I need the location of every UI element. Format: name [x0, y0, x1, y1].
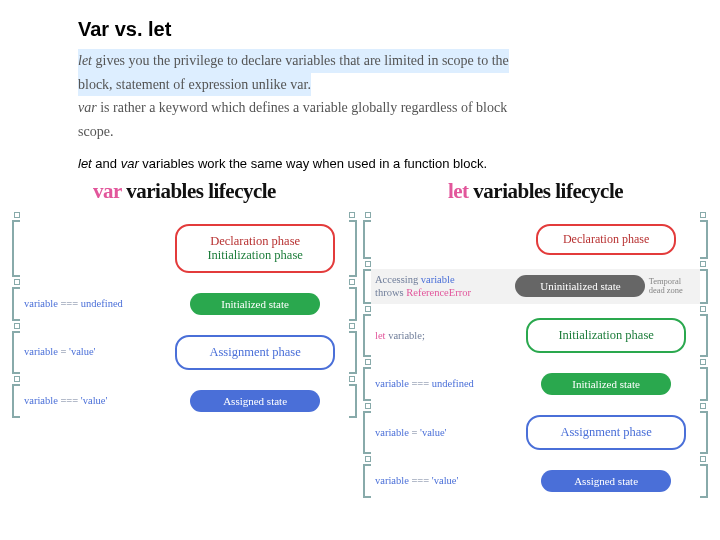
bracket-node-icon — [365, 403, 371, 409]
let-lifecycle-title: let variables lifecycle — [448, 179, 623, 204]
bracket-left-icon — [363, 314, 371, 357]
subnote-rest: variables work the same way when used in… — [139, 156, 487, 171]
bracket-node-icon — [700, 359, 706, 365]
bracket-node-icon — [365, 359, 371, 365]
var-eq-value-expr: variable === 'value' — [24, 394, 165, 408]
let-access-throws: Accessing variable throws ReferenceError — [375, 273, 516, 300]
bracket-right-icon — [349, 384, 357, 418]
subnote-var: var — [121, 156, 139, 171]
bracket-right-icon — [700, 314, 708, 357]
bracket-node-icon — [365, 212, 371, 218]
bracket-node-icon — [365, 456, 371, 462]
bracket-left-icon — [12, 287, 20, 321]
bracket-right-icon — [700, 411, 708, 454]
bracket-node-icon — [14, 323, 20, 329]
intro-var-kw: var — [78, 100, 97, 115]
intro-l1b: gives you the privilege to declare varia… — [92, 53, 509, 68]
bracket-node-icon — [365, 306, 371, 312]
bracket-left-icon — [12, 384, 20, 418]
var-assign-expr: variable = 'value' — [24, 345, 165, 359]
intro-l2: block, statement of expression unlike va… — [78, 77, 311, 92]
page-title: Var vs. let — [78, 18, 710, 41]
let-declaration-phase: Declaration phase — [536, 224, 676, 255]
bracket-node-icon — [14, 212, 20, 218]
var-decl-label: Declaration phase — [195, 234, 315, 248]
let-uninitialized-state: Uninitialized state — [515, 275, 645, 297]
var-assignment-phase: Assignment phase — [175, 335, 335, 370]
bracket-right-icon — [700, 464, 708, 498]
let-variable-decl-expr: let variable; — [375, 329, 516, 343]
var-decl-init-phase: Declaration phase Initialization phase — [175, 224, 335, 273]
let-title-kw: let — [448, 179, 469, 203]
bracket-right-icon — [700, 220, 708, 259]
bracket-right-icon — [700, 269, 708, 304]
intro-text: let gives you the privilege to declare v… — [78, 49, 638, 144]
bracket-right-icon — [349, 287, 357, 321]
bracket-left-icon — [363, 269, 371, 304]
var-undefined-expr: variable === undefined — [24, 297, 165, 311]
bracket-node-icon — [365, 261, 371, 267]
bracket-node-icon — [700, 261, 706, 267]
bracket-left-icon — [12, 220, 20, 277]
bracket-node-icon — [700, 306, 706, 312]
var-lifecycle-title: var variables lifecycle — [93, 179, 276, 204]
var-title-kw: var — [93, 179, 121, 203]
temporal-dead-zone-label: Temporal dead zone — [645, 277, 689, 296]
bracket-left-icon — [363, 367, 371, 401]
let-eq-value-expr: variable === 'value' — [375, 474, 516, 488]
bracket-node-icon — [349, 376, 355, 382]
bracket-left-icon — [363, 220, 371, 259]
bracket-right-icon — [349, 331, 357, 374]
intro-l3b: is rather a keyword which defines a vari… — [97, 100, 508, 115]
bracket-node-icon — [14, 279, 20, 285]
let-lifecycle-column: let variables lifecycle Declaration phas… — [363, 179, 708, 498]
let-assignment-phase: Assignment phase — [526, 415, 686, 450]
let-title-rest: variables lifecycle — [469, 179, 623, 203]
bracket-node-icon — [700, 212, 706, 218]
let-assign-expr: variable = 'value' — [375, 426, 516, 440]
var-init-label: Initialization phase — [195, 248, 315, 262]
intro-l4: scope. — [78, 124, 113, 139]
bracket-node-icon — [349, 279, 355, 285]
subnote: let and var variables work the same way … — [78, 156, 710, 171]
bracket-node-icon — [349, 323, 355, 329]
var-lifecycle-column: var variables lifecycle Declaration phas… — [12, 179, 357, 498]
intro-let-kw: let — [78, 53, 92, 68]
subnote-let: let — [78, 156, 92, 171]
bracket-left-icon — [363, 464, 371, 498]
bracket-node-icon — [349, 212, 355, 218]
var-initialized-state: Initialized state — [190, 293, 320, 315]
bracket-node-icon — [14, 376, 20, 382]
subnote-and: and — [92, 156, 121, 171]
let-assigned-state: Assigned state — [541, 470, 671, 492]
var-assigned-state: Assigned state — [190, 390, 320, 412]
bracket-right-icon — [349, 220, 357, 277]
bracket-node-icon — [700, 456, 706, 462]
bracket-node-icon — [700, 403, 706, 409]
let-initialized-state: Initialized state — [541, 373, 671, 395]
bracket-right-icon — [700, 367, 708, 401]
bracket-left-icon — [363, 411, 371, 454]
let-undefined-expr: variable === undefined — [375, 377, 516, 391]
var-title-rest: variables lifecycle — [122, 179, 276, 203]
bracket-left-icon — [12, 331, 20, 374]
let-initialization-phase: Initialization phase — [526, 318, 686, 353]
